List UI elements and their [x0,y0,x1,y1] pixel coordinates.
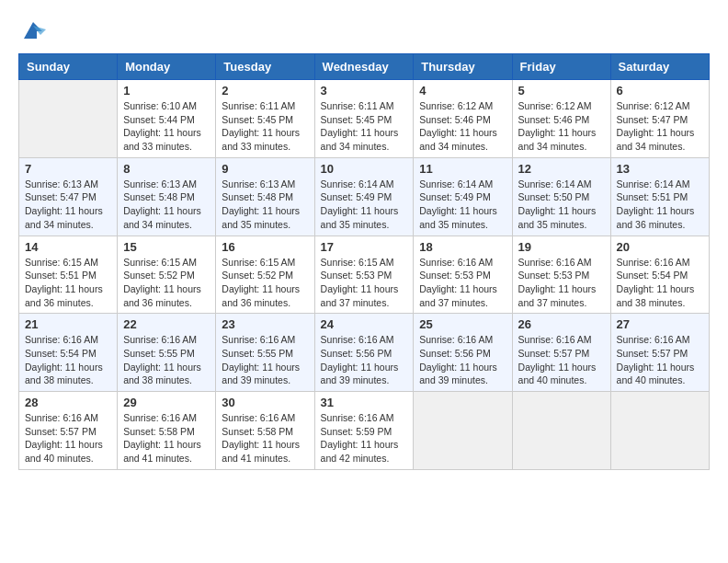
day-number: 23 [222,317,308,331]
day-header-thursday: Thursday [414,54,512,80]
day-info: Sunrise: 6:15 AMSunset: 5:52 PMDaylight:… [222,256,308,310]
calendar-cell: 28Sunrise: 6:16 AMSunset: 5:57 PMDayligh… [19,392,118,470]
day-info: Sunrise: 6:15 AMSunset: 5:51 PMDaylight:… [25,256,111,310]
day-info: Sunrise: 6:16 AMSunset: 5:58 PMDaylight:… [222,411,308,465]
calendar-cell: 20Sunrise: 6:16 AMSunset: 5:54 PMDayligh… [610,236,709,314]
day-number: 11 [419,162,506,176]
calendar-cell: 1Sunrise: 6:10 AMSunset: 5:44 PMDaylight… [118,80,216,158]
calendar-cell: 2Sunrise: 6:11 AMSunset: 5:45 PMDaylight… [216,80,314,158]
day-number: 31 [321,396,408,409]
calendar-cell [19,80,118,158]
day-number: 5 [518,84,605,98]
calendar-cell: 12Sunrise: 6:14 AMSunset: 5:50 PMDayligh… [512,157,610,236]
day-header-monday: Monday [118,54,216,80]
day-number: 9 [222,162,308,176]
day-number: 19 [518,240,605,254]
calendar-cell: 27Sunrise: 6:16 AMSunset: 5:57 PMDayligh… [610,314,709,392]
day-number: 13 [617,162,703,176]
day-number: 21 [25,317,111,331]
calendar-cell: 22Sunrise: 6:16 AMSunset: 5:55 PMDayligh… [118,314,216,392]
calendar-table: SundayMondayTuesdayWednesdayThursdayFrid… [18,53,710,470]
day-number: 16 [222,240,308,254]
day-info: Sunrise: 6:14 AMSunset: 5:49 PMDaylight:… [321,178,408,232]
day-number: 28 [25,396,111,409]
calendar-cell: 29Sunrise: 6:16 AMSunset: 5:58 PMDayligh… [118,392,216,470]
day-number: 3 [321,84,408,98]
day-info: Sunrise: 6:16 AMSunset: 5:53 PMDaylight:… [518,256,605,310]
calendar-week-3: 14Sunrise: 6:15 AMSunset: 5:51 PMDayligh… [19,236,710,314]
calendar-cell: 18Sunrise: 6:16 AMSunset: 5:53 PMDayligh… [414,236,512,314]
day-number: 6 [617,84,703,98]
day-info: Sunrise: 6:16 AMSunset: 5:56 PMDaylight:… [321,333,408,387]
day-number: 7 [25,162,111,176]
day-info: Sunrise: 6:16 AMSunset: 5:55 PMDaylight:… [222,333,308,387]
calendar-cell: 15Sunrise: 6:15 AMSunset: 5:52 PMDayligh… [118,236,216,314]
day-info: Sunrise: 6:15 AMSunset: 5:53 PMDaylight:… [321,256,408,310]
calendar-cell: 11Sunrise: 6:14 AMSunset: 5:49 PMDayligh… [414,157,512,236]
day-number: 17 [321,240,408,254]
day-info: Sunrise: 6:14 AMSunset: 5:51 PMDaylight:… [617,178,703,232]
day-number: 15 [123,240,210,254]
calendar-cell: 16Sunrise: 6:15 AMSunset: 5:52 PMDayligh… [216,236,314,314]
logo [18,18,46,44]
day-number: 4 [419,84,506,98]
calendar-week-4: 21Sunrise: 6:16 AMSunset: 5:54 PMDayligh… [19,314,710,392]
calendar-cell: 17Sunrise: 6:15 AMSunset: 5:53 PMDayligh… [314,236,414,314]
day-info: Sunrise: 6:15 AMSunset: 5:52 PMDaylight:… [123,256,210,310]
day-header-saturday: Saturday [610,54,709,80]
calendar-cell [414,392,512,470]
calendar-week-5: 28Sunrise: 6:16 AMSunset: 5:57 PMDayligh… [19,392,710,470]
day-info: Sunrise: 6:16 AMSunset: 5:55 PMDaylight:… [123,333,210,387]
day-info: Sunrise: 6:16 AMSunset: 5:57 PMDaylight:… [617,333,703,387]
day-number: 22 [123,317,210,331]
day-info: Sunrise: 6:16 AMSunset: 5:56 PMDaylight:… [419,333,506,387]
logo-icon [20,18,46,44]
calendar-cell: 5Sunrise: 6:12 AMSunset: 5:46 PMDaylight… [512,80,610,158]
calendar-cell: 31Sunrise: 6:16 AMSunset: 5:59 PMDayligh… [314,392,414,470]
day-number: 18 [419,240,506,254]
calendar-cell: 19Sunrise: 6:16 AMSunset: 5:53 PMDayligh… [512,236,610,314]
day-number: 14 [25,240,111,254]
day-info: Sunrise: 6:10 AMSunset: 5:44 PMDaylight:… [123,99,210,154]
day-number: 29 [123,396,210,409]
day-number: 27 [617,317,703,331]
calendar-cell: 25Sunrise: 6:16 AMSunset: 5:56 PMDayligh… [414,314,512,392]
calendar-cell: 9Sunrise: 6:13 AMSunset: 5:48 PMDaylight… [216,157,314,236]
day-number: 12 [518,162,605,176]
day-header-sunday: Sunday [19,54,118,80]
calendar-cell: 3Sunrise: 6:11 AMSunset: 5:45 PMDaylight… [314,80,414,158]
day-info: Sunrise: 6:16 AMSunset: 5:57 PMDaylight:… [25,411,111,465]
day-info: Sunrise: 6:16 AMSunset: 5:58 PMDaylight:… [123,411,210,465]
calendar-cell: 26Sunrise: 6:16 AMSunset: 5:57 PMDayligh… [512,314,610,392]
calendar-cell: 21Sunrise: 6:16 AMSunset: 5:54 PMDayligh… [19,314,118,392]
day-header-friday: Friday [512,54,610,80]
day-info: Sunrise: 6:11 AMSunset: 5:45 PMDaylight:… [321,99,408,154]
calendar-cell [512,392,610,470]
day-info: Sunrise: 6:14 AMSunset: 5:50 PMDaylight:… [518,178,605,232]
day-number: 26 [518,317,605,331]
day-info: Sunrise: 6:12 AMSunset: 5:47 PMDaylight:… [617,99,703,154]
day-info: Sunrise: 6:16 AMSunset: 5:53 PMDaylight:… [419,256,506,310]
day-number: 20 [617,240,703,254]
day-info: Sunrise: 6:14 AMSunset: 5:49 PMDaylight:… [419,178,506,232]
day-number: 25 [419,317,506,331]
day-number: 8 [123,162,210,176]
page-header [18,18,710,44]
day-header-wednesday: Wednesday [314,54,414,80]
calendar-cell: 6Sunrise: 6:12 AMSunset: 5:47 PMDaylight… [610,80,709,158]
calendar-week-1: 1Sunrise: 6:10 AMSunset: 5:44 PMDaylight… [19,80,710,158]
day-number: 10 [321,162,408,176]
calendar-week-2: 7Sunrise: 6:13 AMSunset: 5:47 PMDaylight… [19,157,710,236]
day-info: Sunrise: 6:16 AMSunset: 5:54 PMDaylight:… [25,333,111,387]
calendar-cell: 30Sunrise: 6:16 AMSunset: 5:58 PMDayligh… [216,392,314,470]
day-info: Sunrise: 6:11 AMSunset: 5:45 PMDaylight:… [222,99,308,154]
calendar-cell: 7Sunrise: 6:13 AMSunset: 5:47 PMDaylight… [19,157,118,236]
day-info: Sunrise: 6:16 AMSunset: 5:54 PMDaylight:… [617,256,703,310]
calendar-cell: 4Sunrise: 6:12 AMSunset: 5:46 PMDaylight… [414,80,512,158]
day-number: 1 [123,84,210,98]
calendar-cell: 23Sunrise: 6:16 AMSunset: 5:55 PMDayligh… [216,314,314,392]
calendar-cell [610,392,709,470]
calendar-cell: 8Sunrise: 6:13 AMSunset: 5:48 PMDaylight… [118,157,216,236]
calendar-header-row: SundayMondayTuesdayWednesdayThursdayFrid… [19,54,710,80]
day-info: Sunrise: 6:13 AMSunset: 5:47 PMDaylight:… [25,178,111,232]
